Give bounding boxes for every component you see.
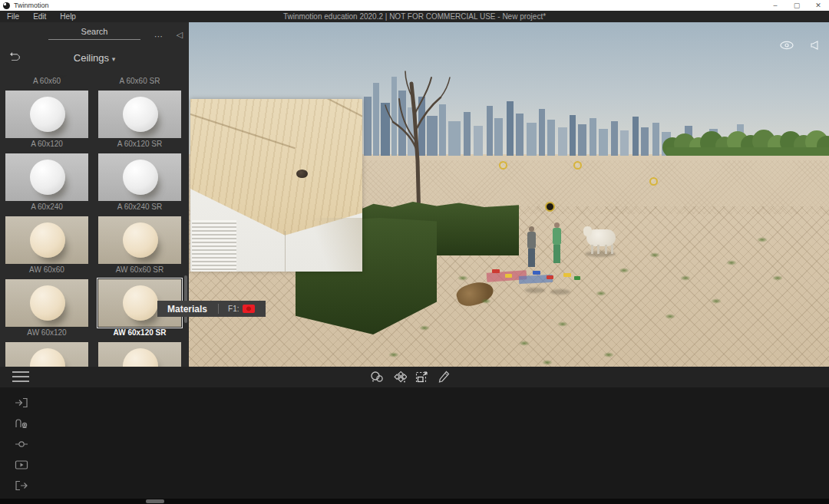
material-thumbnail[interactable] (5, 216, 88, 264)
material-label: A 60x60 SR (97, 75, 183, 87)
material-sphere-preview (123, 97, 158, 132)
horizontal-scrollbar-thumb[interactable] (146, 499, 164, 503)
material-item[interactable]: AW 60x120 (4, 278, 90, 341)
category-dropdown[interactable]: Ceilings ▾ (0, 52, 189, 64)
material-label: A 60x240 (4, 201, 90, 213)
material-item[interactable]: A 60x60 SR (97, 75, 183, 89)
tooltip-hotkey: F1: (219, 305, 243, 313)
window-title: Twinmotion (14, 2, 49, 9)
grass-tuft (419, 325, 430, 331)
scale-select-tool-icon[interactable] (414, 369, 429, 384)
collapse-panel-icon[interactable]: ◁ (177, 30, 183, 40)
grass-tuft (596, 291, 606, 296)
eye-icon[interactable] (780, 41, 794, 50)
grass-tuft (619, 268, 629, 273)
material-sphere-preview (30, 97, 65, 132)
material-thumbnail[interactable] (98, 91, 181, 138)
chevron-down-icon: ▾ (112, 55, 116, 63)
material-item[interactable] (97, 341, 183, 367)
ceiling-light-fixture (296, 170, 308, 178)
measure-tool-icon[interactable] (436, 369, 451, 384)
material-item[interactable]: A 60x240 (4, 152, 90, 215)
material-label: A 60x240 SR (97, 201, 183, 213)
settings-icon[interactable] (14, 437, 29, 451)
toy-block (533, 271, 540, 275)
viewport-3d[interactable] (189, 22, 829, 367)
circle-select-tool-icon[interactable] (369, 369, 385, 384)
bottom-toolbar (0, 367, 829, 387)
bottom-dock-panel (0, 387, 829, 499)
material-thumbnail[interactable] (5, 342, 88, 367)
grass-tuft (649, 252, 660, 258)
material-label: A 60x60 (4, 75, 90, 87)
menu-file[interactable]: File (0, 12, 26, 21)
toy-block (505, 274, 512, 278)
import-icon[interactable] (14, 396, 29, 410)
grass-tuft (680, 275, 691, 281)
twinmotion-logo-icon (3, 2, 10, 9)
material-thumbnail[interactable] (98, 342, 181, 367)
context-icon[interactable] (14, 417, 29, 430)
light-gizmo[interactable] (573, 161, 582, 170)
light-gizmo[interactable] (499, 161, 507, 170)
grass-tuft (519, 341, 530, 346)
maximize-button[interactable]: ▢ (786, 0, 808, 11)
material-item[interactable] (4, 341, 90, 367)
search-input[interactable]: Search (48, 27, 140, 40)
material-item[interactable]: AW 60x60 (4, 215, 90, 278)
material-item[interactable]: A 60x120 (4, 89, 90, 152)
material-label: A 60x120 SR (97, 138, 183, 150)
grass-tuft (557, 321, 568, 327)
grass-tuft (711, 298, 722, 304)
tooltip-title: Materials (157, 304, 218, 315)
material-sphere-preview (30, 222, 65, 258)
material-item[interactable]: AW 60x60 SR (97, 215, 183, 278)
grass-tuft (457, 275, 468, 281)
material-label: AW 60x120 SR (97, 327, 183, 339)
materials-tooltip: Materials F1: (157, 301, 266, 317)
material-thumbnail[interactable] (5, 279, 88, 327)
material-sphere-preview (30, 285, 65, 321)
material-sphere-preview (123, 222, 158, 258)
person-green[interactable] (553, 222, 561, 263)
horizontal-scrollbar-track[interactable] (0, 499, 829, 504)
material-label: A 60x120 (4, 138, 90, 150)
export-icon[interactable] (14, 479, 29, 492)
mouse-hint-icon (243, 305, 255, 313)
material-thumbnail[interactable] (98, 216, 181, 264)
sheep[interactable] (583, 223, 619, 254)
material-sphere-preview (123, 348, 158, 367)
toy-block (574, 276, 580, 280)
menu-help[interactable]: Help (53, 12, 83, 21)
material-sphere-preview (30, 348, 65, 367)
material-item[interactable]: A 60x120 SR (97, 89, 183, 152)
menu-edit[interactable]: Edit (26, 12, 53, 21)
grass-tuft (665, 314, 675, 319)
speaker-icon[interactable] (811, 41, 818, 50)
grass-tuft (757, 237, 768, 242)
grass-tuft (603, 352, 614, 357)
minimize-button[interactable]: – (765, 0, 786, 11)
toy-block (563, 273, 571, 277)
toy-block (547, 275, 553, 279)
material-preview-inset (190, 99, 362, 272)
light-gizmo[interactable] (649, 177, 658, 186)
media-icon[interactable] (14, 458, 29, 472)
light-gizmo-selected[interactable] (545, 202, 555, 212)
grass-tuft (772, 275, 783, 281)
menu-icon[interactable] (12, 371, 29, 382)
material-thumbnail[interactable] (5, 153, 88, 201)
material-list[interactable]: A 60x60A 60x60 SRA 60x120A 60x120 SRA 60… (0, 75, 183, 367)
material-thumbnail[interactable] (5, 91, 88, 138)
dead-tree (384, 68, 454, 222)
material-item[interactable]: A 60x240 SR (97, 152, 183, 215)
scatter-tool-icon[interactable] (391, 369, 407, 384)
material-thumbnail[interactable] (98, 153, 181, 201)
material-item[interactable]: A 60x60 (4, 75, 90, 89)
menu-bar: Twinmotion education 2020.2 | NOT FOR CO… (0, 11, 829, 22)
close-button[interactable]: ✕ (808, 0, 829, 11)
person-gray[interactable] (527, 226, 536, 267)
more-options-icon[interactable]: ⋯ (154, 31, 163, 41)
material-label: AW 60x120 (4, 327, 90, 339)
grass-tuft (542, 360, 553, 365)
